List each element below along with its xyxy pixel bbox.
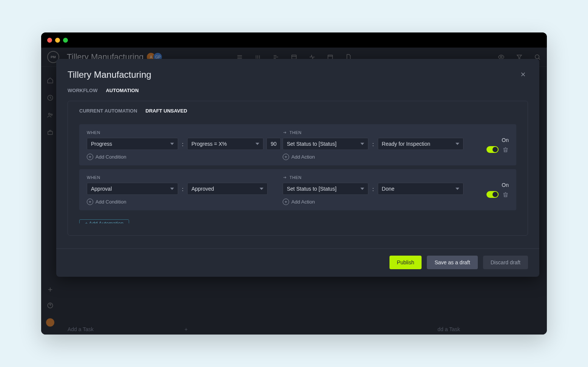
tab-automation[interactable]: AUTOMATION bbox=[106, 88, 139, 93]
separator-colon: : bbox=[371, 186, 374, 192]
dropdown-value: Set Status to [Status] bbox=[287, 186, 337, 192]
rule-controls: On bbox=[479, 175, 509, 205]
window-close-icon[interactable] bbox=[47, 38, 52, 43]
plus-circle-icon: + bbox=[87, 154, 93, 160]
when-field-dropdown[interactable]: Approval bbox=[87, 183, 178, 195]
rule-when-block: WHEN Approval : Approved bbox=[87, 175, 268, 205]
home-icon[interactable] bbox=[47, 77, 54, 84]
add-condition-label: Add Condition bbox=[95, 199, 126, 205]
dialog-title: Tillery Manufacturing bbox=[68, 69, 151, 80]
bg-add-task: Add a Task bbox=[68, 326, 94, 332]
dropdown-value: Progress = X% bbox=[191, 141, 227, 147]
user-avatar-icon[interactable] bbox=[46, 318, 55, 327]
dialog-header: Tillery Manufacturing bbox=[56, 69, 539, 81]
dropdown-value: Progress bbox=[91, 141, 112, 147]
titlebar bbox=[41, 32, 547, 48]
subtab-current-automation[interactable]: CURRENT AUTOMATION bbox=[79, 108, 137, 114]
close-icon bbox=[520, 71, 526, 78]
when-operator-dropdown[interactable]: Progress = X% bbox=[187, 138, 263, 150]
save-as-draft-button[interactable]: Save as a draft bbox=[427, 256, 477, 269]
chevron-down-icon bbox=[260, 188, 263, 190]
trash-icon[interactable] bbox=[502, 191, 509, 198]
sub-tabs: CURRENT AUTOMATION DRAFT UNSAVED bbox=[68, 101, 528, 120]
svg-line-16 bbox=[539, 58, 540, 60]
dropdown-value: Done bbox=[382, 186, 394, 192]
dropdown-value: Approved bbox=[191, 186, 214, 192]
automation-rule: WHEN Approval : Approved bbox=[79, 169, 516, 210]
when-field-dropdown[interactable]: Progress bbox=[87, 138, 178, 150]
close-button[interactable] bbox=[518, 69, 528, 81]
rule-enabled-toggle[interactable] bbox=[486, 191, 499, 198]
separator-colon: : bbox=[371, 141, 374, 147]
automation-dialog: Tillery Manufacturing WORKFLOW AUTOMATIO… bbox=[56, 59, 539, 277]
then-label-text: THEN bbox=[289, 130, 302, 135]
svg-point-18 bbox=[49, 113, 51, 115]
chevron-down-icon bbox=[456, 143, 459, 145]
add-action-button[interactable]: + Add Action bbox=[283, 154, 463, 160]
then-label: THEN bbox=[283, 175, 463, 180]
app-body: PM Tillery Manufacturing A GP bbox=[41, 48, 547, 335]
rule-then-block: THEN Set Status to [Status] : Ready for … bbox=[283, 130, 463, 160]
add-automation-label: + Add Automation bbox=[85, 221, 123, 226]
plus-circle-icon: + bbox=[87, 199, 93, 205]
window-minimize-icon[interactable] bbox=[55, 38, 60, 43]
tab-workflow[interactable]: WORKFLOW bbox=[68, 88, 97, 93]
publish-button[interactable]: Publish bbox=[389, 256, 422, 269]
chevron-down-icon bbox=[360, 143, 364, 145]
svg-rect-20 bbox=[48, 131, 52, 134]
bg-add-task: dd a Task bbox=[437, 326, 460, 332]
svg-point-15 bbox=[535, 55, 539, 59]
svg-marker-14 bbox=[517, 55, 522, 59]
help-icon[interactable] bbox=[47, 302, 54, 309]
arrow-right-icon bbox=[283, 130, 287, 135]
add-action-label: Add Action bbox=[291, 199, 315, 205]
svg-point-19 bbox=[51, 114, 52, 116]
toggle-label: On bbox=[502, 137, 509, 143]
add-condition-button[interactable]: + Add Condition bbox=[87, 154, 268, 160]
rule-enabled-toggle[interactable] bbox=[486, 146, 499, 153]
add-action-label: Add Action bbox=[291, 154, 315, 160]
window-maximize-icon[interactable] bbox=[63, 38, 68, 43]
add-action-button[interactable]: + Add Action bbox=[283, 199, 463, 205]
when-label: WHEN bbox=[87, 130, 268, 135]
rule-controls: On bbox=[479, 130, 509, 160]
team-icon[interactable] bbox=[47, 112, 54, 119]
then-action-dropdown[interactable]: Set Status to [Status] bbox=[283, 138, 368, 150]
add-automation-button[interactable]: + Add Automation bbox=[79, 219, 129, 229]
plus-circle-icon: + bbox=[283, 154, 289, 160]
add-condition-button[interactable]: + Add Condition bbox=[87, 199, 268, 205]
plus-icon[interactable] bbox=[47, 286, 54, 293]
plus-circle-icon: + bbox=[283, 199, 289, 205]
then-value-dropdown[interactable]: Done bbox=[378, 183, 463, 195]
svg-rect-9 bbox=[292, 55, 296, 59]
main-tabs: WORKFLOW AUTOMATION bbox=[56, 81, 539, 101]
then-action-dropdown[interactable]: Set Status to [Status] bbox=[283, 183, 368, 195]
subtab-draft-unsaved[interactable]: DRAFT UNSAVED bbox=[146, 108, 187, 114]
toggle-label: On bbox=[502, 182, 509, 188]
app-window: PM Tillery Manufacturing A GP bbox=[41, 32, 547, 335]
then-label: THEN bbox=[283, 130, 463, 135]
separator-colon: : bbox=[181, 186, 184, 192]
automation-rule: WHEN Progress : Progress = X% 90 bbox=[79, 124, 516, 165]
briefcase-icon[interactable] bbox=[47, 129, 54, 136]
dropdown-value: Set Status to [Status] bbox=[287, 141, 337, 147]
chevron-down-icon bbox=[456, 188, 459, 190]
dialog-footer: Publish Save as a draft Discard draft bbox=[56, 248, 539, 277]
dropdown-value: Approval bbox=[91, 186, 112, 192]
then-value-dropdown[interactable]: Ready for Inspection bbox=[378, 138, 463, 150]
when-operator-dropdown[interactable]: Approved bbox=[187, 183, 268, 195]
add-condition-label: Add Condition bbox=[95, 154, 126, 160]
then-label-text: THEN bbox=[289, 175, 302, 180]
chevron-down-icon bbox=[170, 188, 174, 190]
trash-icon[interactable] bbox=[502, 146, 509, 153]
svg-point-13 bbox=[500, 56, 502, 58]
rule-when-block: WHEN Progress : Progress = X% 90 bbox=[87, 130, 268, 160]
automation-panel: CURRENT AUTOMATION DRAFT UNSAVED WHEN Pr… bbox=[68, 101, 528, 236]
clock-icon[interactable] bbox=[47, 94, 54, 101]
when-value-input[interactable]: 90 bbox=[266, 138, 281, 150]
discard-draft-button[interactable]: Discard draft bbox=[483, 256, 528, 269]
arrow-right-icon bbox=[283, 175, 287, 180]
rule-then-block: THEN Set Status to [Status] : Done bbox=[283, 175, 463, 205]
dropdown-value: Ready for Inspection bbox=[382, 141, 430, 147]
bg-plus-placeholder: + bbox=[185, 326, 188, 332]
